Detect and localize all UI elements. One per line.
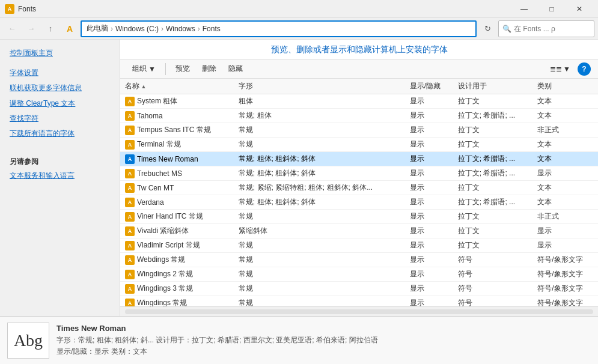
cell-style-9: 紧缩斜体 [234,224,405,238]
table-row[interactable]: A Vladimir Script 常规 常规 显示 拉丁文 显示 [120,238,598,253]
delete-button[interactable]: 删除 [197,62,221,76]
horizontal-scrollbar[interactable] [120,306,598,316]
table-row[interactable]: A Viner Hand ITC 常规 常规 显示 拉丁文 非正式 [120,210,598,224]
cell-category-12: 符号/象形文字 [532,267,598,282]
address-path[interactable]: 此电脑 › Windows (C:) › Windows › Fonts [81,20,477,37]
addressbar: ← → ↑ A 此电脑 › Windows (C:) › Windows › F… [0,18,598,40]
cell-style-3: 常规 [234,138,405,152]
table-row[interactable]: A Wingdings 2 常规 常规 显示 符号 符号/象形文字 [120,267,598,282]
up-button[interactable]: ↑ [42,20,59,37]
cell-category-4: 文本 [532,152,598,166]
cell-category-13: 符号/象形文字 [532,282,598,296]
forward-button[interactable]: → [23,20,40,37]
window-controls: — □ ✕ [510,0,593,18]
font-name-text-10: Vladimir Script 常规 [137,240,200,250]
sidebar-item-find-char[interactable]: 查找字符 [0,111,120,126]
search-box[interactable]: 🔍 [498,20,594,37]
cell-category-14: 符号/象形文字 [532,296,598,307]
sidebar-item-text-services[interactable]: 文本服务和输入语言 [0,168,120,183]
table-row[interactable]: A Tempus Sans ITC 常规 常规 显示 拉丁文 非正式 [120,123,598,138]
window-title: Fonts [18,5,510,13]
back-button[interactable]: ← [4,20,20,37]
col-header-name[interactable]: 名称 [120,79,234,94]
font-icon-0: A [125,97,135,106]
font-name-text-1: Tahoma [137,112,163,120]
refresh-button[interactable]: ↻ [479,20,496,37]
sidebar-item-font-settings[interactable]: 字体设置 [0,65,120,80]
table-row[interactable]: A Trebuchet MS 常规; 粗体; 粗斜体; 斜体 显示 拉丁文; 希… [120,166,598,181]
sidebar-item-download-fonts[interactable]: 下载所有语言的字体 [0,126,120,141]
cell-designed-for-10: 拉丁文 [453,238,532,253]
table-row[interactable]: A Times New Roman 常规; 粗体; 粗斜体; 斜体 显示 拉丁文… [120,152,598,166]
cell-visibility-11: 显示 [405,253,453,267]
table-row[interactable]: A Vivaldi 紧缩斜体 紧缩斜体 显示 拉丁文 显示 [120,224,598,238]
table-row[interactable]: A Wingdings 3 常规 常规 显示 符号 符号/象形文字 [120,282,598,296]
cell-visibility-13: 显示 [405,282,453,296]
table-row[interactable]: A Wingdings 常规 常规 显示 符号 符号/象形文字 [120,296,598,307]
font-name-text-13: Wingdings 3 常规 [137,284,193,294]
font-icon-3: A [125,140,135,150]
sidebar-item-online-fonts[interactable]: 联机获取更多字体信息 [0,80,120,96]
cell-designed-for-7: 拉丁文; 希腊语; ... [453,195,532,210]
table-header-row: 名称 字形 显示/隐藏 设计用于 类别 [120,79,598,94]
cell-category-0: 文本 [532,94,598,109]
cell-visibility-9: 显示 [405,224,453,238]
cell-category-8: 非正式 [532,210,598,224]
table-row[interactable]: A Terminal 常规 常规 显示 拉丁文 文本 [120,138,598,152]
hide-button[interactable]: 隐藏 [224,62,248,76]
cell-visibility-5: 显示 [405,166,453,181]
font-icon-4: A [125,154,135,164]
col-header-designed-for[interactable]: 设计用于 [453,79,532,94]
sidebar: 控制面板主页 字体设置 联机获取更多字体信息 调整 ClearType 文本 查… [0,40,120,316]
fonts-table-container[interactable]: 名称 字形 显示/隐藏 设计用于 类别 A System 粗体 粗体 显示 拉丁… [120,79,598,306]
preview-details-line1: 字形：常规; 粗体; 粗斜体; 斜... 设计用于：拉丁文; 希腊语; 西里尔文… [56,335,591,346]
toolbar-right: ≣≣ ▼ ? [546,62,591,76]
cell-style-13: 常规 [234,282,405,296]
font-name-text-14: Wingdings 常规 [137,298,187,306]
page-title-bar: 预览、删除或者显示和隐藏计算机上安装的字体 [120,40,598,59]
cell-designed-for-0: 拉丁文 [453,94,532,109]
table-row[interactable]: A Tahoma 常规; 粗体 显示 拉丁文; 希腊语; ... 文本 [120,109,598,123]
col-header-visibility[interactable]: 显示/隐藏 [405,79,453,94]
table-row[interactable]: A Webdings 常规 常规 显示 符号 符号/象形文字 [120,253,598,267]
font-name-text-6: Tw Cen MT [137,184,174,192]
crumb-pc: 此电脑 [87,23,108,34]
minimize-button[interactable]: — [510,0,538,18]
help-button[interactable]: ? [578,62,591,76]
col-header-style[interactable]: 字形 [234,79,405,94]
cell-category-5: 显示 [532,166,598,181]
cell-name-12: A Wingdings 2 常规 [120,267,234,282]
cell-name-9: A Vivaldi 紧缩斜体 [120,224,234,238]
cell-designed-for-13: 符号 [453,282,532,296]
cell-name-13: A Wingdings 3 常规 [120,282,234,296]
preview-button[interactable]: 预览 [171,62,195,76]
preview-font-name: Times New Roman [56,324,591,333]
preview-bar: Abg Times New Roman 字形：常规; 粗体; 粗斜体; 斜...… [0,316,598,364]
cell-visibility-8: 显示 [405,210,453,224]
font-name-text-8: Viner Hand ITC 常规 [137,211,203,222]
maximize-button[interactable]: □ [538,0,566,18]
table-row[interactable]: A Verdana 常规; 粗体; 粗斜体; 斜体 显示 拉丁文; 希腊语; .… [120,195,598,210]
font-name-text-9: Vivaldi 紧缩斜体 [137,226,189,236]
font-icon-12: A [125,270,135,279]
table-row[interactable]: A System 粗体 粗体 显示 拉丁文 文本 [120,94,598,109]
sidebar-item-cleartype[interactable]: 调整 ClearType 文本 [0,96,120,111]
cell-name-10: A Vladimir Script 常规 [120,238,234,253]
close-button[interactable]: ✕ [566,0,593,18]
cell-visibility-6: 显示 [405,181,453,195]
col-header-category[interactable]: 类别 [532,79,598,94]
organize-button[interactable]: 组织 ▼ [127,62,160,76]
search-input[interactable] [514,25,590,33]
view-chevron-icon: ▼ [563,65,570,73]
crumb-windows: Windows [166,25,195,33]
hscroll-track [125,309,593,314]
cell-style-11: 常规 [234,253,405,267]
font-icon-2: A [125,126,135,135]
cell-designed-for-11: 符号 [453,253,532,267]
font-icon-11: A [125,255,135,265]
preview-details-line2: 显示/隐藏：显示 类别：文本 [56,346,591,357]
cell-category-2: 非正式 [532,123,598,138]
sidebar-item-home[interactable]: 控制面板主页 [0,46,120,61]
view-toggle-button[interactable]: ≣≣ ▼ [546,63,574,75]
table-row[interactable]: A Tw Cen MT 常规; 紧缩; 紧缩特粗; 粗体; 粗斜体; 斜体...… [120,181,598,195]
